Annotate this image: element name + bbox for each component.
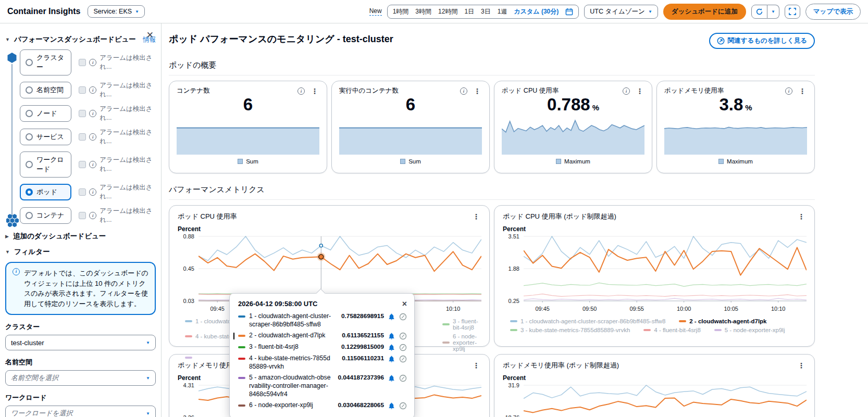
isolate-metric-icon[interactable] bbox=[399, 344, 407, 351]
series-label: 4 - kube-state-metrics-7855d85889-vrvkh bbox=[249, 355, 331, 371]
timezone-selector[interactable]: UTC タイムゾーン ▼ bbox=[584, 5, 658, 19]
alarm-checkbox[interactable] bbox=[79, 110, 86, 117]
time-range-custom[interactable]: カスタム (30分) bbox=[514, 7, 559, 16]
legend-item[interactable]: 5 - node-exporter-xp9lj bbox=[714, 327, 785, 333]
fullscreen-button[interactable] bbox=[785, 5, 800, 19]
view-option[interactable]: クラスター bbox=[20, 49, 71, 75]
card-menu-icon[interactable]: ⋮ bbox=[473, 87, 482, 95]
refresh-button[interactable] bbox=[751, 5, 767, 19]
alarm-checkbox[interactable] bbox=[79, 59, 86, 66]
chart-menu-icon[interactable]: ⋮ bbox=[797, 212, 806, 221]
section-additional-views[interactable]: ▶ 追加のダッシュボードビュー bbox=[5, 232, 156, 241]
time-range-button[interactable]: 1日 bbox=[464, 7, 474, 16]
view-option[interactable]: サービス bbox=[20, 129, 71, 145]
create-alarm-bell-icon[interactable] bbox=[388, 313, 395, 321]
close-icon[interactable]: × bbox=[402, 300, 407, 308]
card-menu-icon[interactable]: ⋮ bbox=[635, 87, 644, 95]
time-range-button[interactable]: 3日 bbox=[481, 7, 491, 16]
info-icon[interactable]: i bbox=[785, 87, 792, 95]
chart-plot[interactable] bbox=[524, 384, 807, 417]
service-selector[interactable]: Service: EKS ▼ bbox=[88, 5, 145, 18]
chart-plot[interactable] bbox=[524, 235, 807, 302]
info-icon[interactable]: i bbox=[89, 110, 96, 117]
chart-plot[interactable] bbox=[199, 235, 481, 302]
refresh-options-button[interactable]: ▼ bbox=[767, 5, 779, 19]
map-view-button[interactable]: マップで表示 bbox=[805, 4, 861, 20]
sidebar: ✕ ▼ パフォーマンスダッシュボードビュー 情報 クラスターiアラームは検出 bbox=[0, 23, 162, 417]
card-sparkline[interactable] bbox=[502, 115, 644, 156]
alarm-checkbox[interactable] bbox=[79, 86, 86, 94]
series-swatch bbox=[238, 315, 245, 318]
alarm-checkbox[interactable] bbox=[79, 212, 86, 219]
info-icon[interactable]: i bbox=[89, 133, 96, 141]
legend-item[interactable]: 1 - cloudwatch-agent-cluster-scraper-86b… bbox=[510, 318, 665, 324]
info-icon[interactable]: i bbox=[297, 87, 305, 95]
time-range-selector: 1時間3時間12時間1日3日1週 カスタム (30分) bbox=[387, 5, 579, 19]
view-related-button[interactable]: 関連するものを詳しく見る bbox=[709, 33, 815, 49]
filter-info-alert: i デフォルトでは、このダッシュボードのウィジェットには上位 10 件のメトリク… bbox=[5, 262, 156, 315]
create-alarm-bell-icon[interactable] bbox=[388, 402, 395, 410]
legend-item[interactable]: 3 - fluent-bit-4srj8 bbox=[442, 318, 481, 331]
view-option[interactable]: コンテナ bbox=[20, 207, 71, 224]
isolate-metric-icon[interactable] bbox=[399, 332, 407, 340]
add-to-dashboard-button[interactable]: ダッシュボードに追加 bbox=[663, 4, 746, 20]
view-option[interactable]: 名前空間 bbox=[20, 82, 71, 98]
card-sparkline[interactable] bbox=[177, 115, 319, 156]
create-alarm-bell-icon[interactable] bbox=[388, 344, 395, 351]
view-option[interactable]: ワークロード bbox=[20, 151, 71, 178]
legend-item[interactable]: 4 - fluent-bit-4srj8 bbox=[643, 327, 700, 333]
legend-item[interactable]: 2 - cloudwatch-agent-d7lpk bbox=[679, 318, 766, 324]
calendar-icon[interactable] bbox=[565, 8, 573, 16]
card-menu-icon[interactable]: ⋮ bbox=[310, 87, 319, 95]
chart-menu-icon[interactable]: ⋮ bbox=[472, 212, 481, 221]
filter-select[interactable]: 名前空間を選択▼ bbox=[5, 370, 156, 386]
time-range-button[interactable]: 1週 bbox=[498, 7, 507, 16]
chevron-down-icon: ▼ bbox=[771, 9, 775, 14]
info-icon[interactable]: i bbox=[89, 188, 96, 196]
create-alarm-bell-icon[interactable] bbox=[388, 355, 395, 363]
page-title: ポッド パフォーマンスのモニタリング - test-cluster bbox=[169, 33, 393, 45]
isolate-metric-icon[interactable] bbox=[399, 355, 407, 363]
time-range-button[interactable]: 1時間 bbox=[393, 7, 409, 16]
alarm-checkbox[interactable] bbox=[79, 161, 86, 168]
view-option-label: ノード bbox=[36, 109, 57, 118]
card-sparkline[interactable] bbox=[339, 115, 482, 156]
legend-label: Sum bbox=[246, 158, 258, 165]
legend-item[interactable]: 6 - node-exporter-xp9lj bbox=[442, 333, 481, 352]
info-icon[interactable]: i bbox=[89, 59, 96, 66]
chart-card: ポッド CPU 使用率 (ポッド制限超過)⋮Percent3.511.880.2… bbox=[494, 205, 815, 347]
create-alarm-bell-icon[interactable] bbox=[388, 374, 395, 382]
metrics-section-title: パフォーマンスメトリクス bbox=[169, 185, 868, 195]
filter-select[interactable]: ワークロードを選択▼ bbox=[5, 406, 156, 417]
section-performance-views[interactable]: ▼ パフォーマンスダッシュボードビュー 情報 bbox=[5, 35, 156, 44]
isolate-metric-icon[interactable] bbox=[399, 374, 407, 382]
alarm-checkbox[interactable] bbox=[79, 188, 86, 196]
card-sparkline[interactable] bbox=[664, 115, 807, 156]
section-filters[interactable]: ▼ フィルター bbox=[5, 247, 156, 257]
tooltip-row: 1 - cloudwatch-agent-cluster-scraper-86b… bbox=[238, 312, 407, 328]
time-range-button[interactable]: 12時間 bbox=[438, 7, 457, 16]
time-range-button[interactable]: 3時間 bbox=[415, 7, 431, 16]
filter-select[interactable]: test-cluster▼ bbox=[5, 335, 156, 350]
card-menu-icon[interactable]: ⋮ bbox=[798, 87, 807, 95]
info-icon[interactable]: i bbox=[623, 87, 630, 95]
chart-menu-icon[interactable]: ⋮ bbox=[472, 361, 481, 370]
card-value: 0.788% bbox=[502, 96, 644, 114]
info-icon[interactable]: i bbox=[460, 87, 467, 95]
isolate-metric-icon[interactable] bbox=[399, 313, 407, 321]
info-icon[interactable]: i bbox=[89, 161, 96, 168]
create-alarm-bell-icon[interactable] bbox=[388, 332, 395, 340]
info-icon[interactable]: i bbox=[89, 212, 96, 219]
view-option[interactable]: ノード bbox=[20, 105, 71, 122]
close-icon[interactable]: ✕ bbox=[146, 31, 154, 40]
legend-swatch bbox=[510, 320, 517, 322]
view-option-label: クラスター bbox=[36, 53, 66, 72]
isolate-metric-icon[interactable] bbox=[399, 402, 407, 410]
chart-menu-icon[interactable]: ⋮ bbox=[797, 361, 806, 370]
info-icon[interactable]: i bbox=[89, 86, 96, 94]
legend-item[interactable]: 3 - kube-state-metrics-7855d85889-vrvkh bbox=[510, 327, 630, 333]
radio-icon bbox=[26, 86, 33, 94]
alarm-checkbox[interactable] bbox=[79, 133, 86, 141]
view-option[interactable]: ポッド bbox=[20, 184, 71, 200]
tooltip-row: 4 - kube-state-metrics-7855d85889-vrvkh0… bbox=[238, 355, 407, 371]
